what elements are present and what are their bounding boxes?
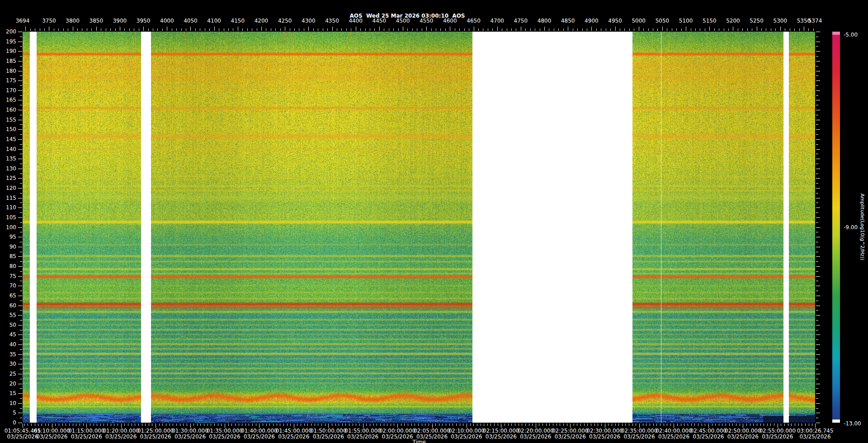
frequency-tick [18,247,22,247]
time-minor-tick [522,424,522,426]
date-label: 03/25/2026 [658,434,689,440]
frequency-tick-right [816,154,818,154]
top-tick [780,27,781,31]
time-minor-tick [798,424,799,426]
time-minor-tick [694,424,695,426]
date-label: 03/25/2026 [555,434,586,440]
time-minor-tick [104,424,104,426]
time-minor-tick [677,424,678,426]
frequency-tick-right [816,261,818,262]
time-minor-tick [55,424,56,426]
top-tick [181,28,182,31]
top-tick [558,28,559,31]
time-tick-label: 02:15:00.000 [483,428,519,434]
frequency-tick-right [816,51,820,52]
frequency-tick [20,115,22,115]
top-tick [143,27,144,31]
frequency-tick [18,51,22,52]
time-minor-tick [145,424,146,426]
top-tick [280,28,281,31]
top-tick [318,28,318,31]
frequency-tick-right [816,330,818,330]
frequency-tick [20,359,22,359]
time-minor-tick [401,424,401,426]
time-minor-tick [197,424,198,426]
frequency-tick-right [816,198,820,198]
top-tick [790,28,790,31]
frequency-tick-right [816,359,818,359]
time-minor-tick [228,424,229,426]
frequency-tick-right [816,271,818,272]
frequency-tick-right [816,227,820,228]
time-tick-label: 02:10:00.000 [448,428,485,434]
top-tick [58,28,59,31]
top-tick [304,28,304,31]
frequency-tick [18,61,22,61]
top-tick [261,27,262,31]
frequency-tick-right [816,403,820,404]
top-tick [639,27,639,31]
top-tick [290,28,290,31]
frequency-tick [18,227,22,228]
time-major-tick [570,424,571,428]
time-tick-label: 02:45:00.000 [690,428,727,434]
frequency-tick-right [816,232,818,232]
top-axis-label: 3694 [16,18,30,24]
top-tick [540,28,540,31]
top-tick [351,28,351,31]
date-label: 03/25/2026 [486,434,517,440]
frequency-tick-right [816,256,820,257]
frequency-tick-label: 5 [0,410,16,416]
time-tick-label: 02:00:00.000 [379,428,416,434]
time-minor-tick [812,424,812,426]
frequency-tick-label: 140 [0,146,16,152]
frequency-tick-right [816,222,818,223]
time-minor-tick [149,424,149,426]
time-minor-tick [162,424,163,426]
top-tick [294,28,295,31]
time-minor-tick [532,424,533,426]
frequency-tick [18,32,22,32]
time-major-tick [156,424,156,428]
top-tick [464,28,465,31]
top-tick [285,27,285,31]
top-tick [554,28,554,31]
time-major-tick [363,424,363,428]
frequency-tick [18,100,22,100]
time-minor-tick [736,424,736,426]
time-major-tick [605,424,605,428]
time-minor-tick [242,424,242,426]
time-minor-tick [45,424,46,426]
time-tick-label: 02:05:00.000 [414,428,450,434]
frequency-tick-right [816,315,820,316]
frequency-tick-label: 105 [0,214,16,221]
time-minor-tick [66,424,66,426]
time-minor-tick [387,424,387,426]
top-tick [728,28,729,31]
frequency-tick-label: 80 [0,263,16,269]
time-minor-tick [193,424,194,426]
time-minor-tick [549,424,550,426]
frequency-tick-right [816,291,818,291]
top-tick [615,27,616,31]
top-axis-label: 5000 [632,18,646,24]
frequency-tick [20,46,22,47]
frequency-tick-label: 0 [0,419,16,426]
time-minor-tick [69,424,70,426]
top-tick [370,28,370,31]
top-axis-label: 5150 [703,18,717,24]
time-minor-tick [456,424,457,426]
time-minor-tick [325,424,326,426]
frequency-tick [20,154,22,154]
frequency-tick [18,207,22,208]
time-minor-tick [660,424,660,426]
time-minor-tick [726,424,726,426]
time-major-tick [467,424,467,428]
time-minor-tick [370,424,370,426]
frequency-tick-right [816,174,818,174]
frequency-tick-right [816,301,818,301]
time-tick-label: 01:10:00.000 [34,428,71,434]
time-minor-tick [404,424,405,426]
top-axis-label: 4750 [514,18,528,24]
top-tick [346,28,347,31]
